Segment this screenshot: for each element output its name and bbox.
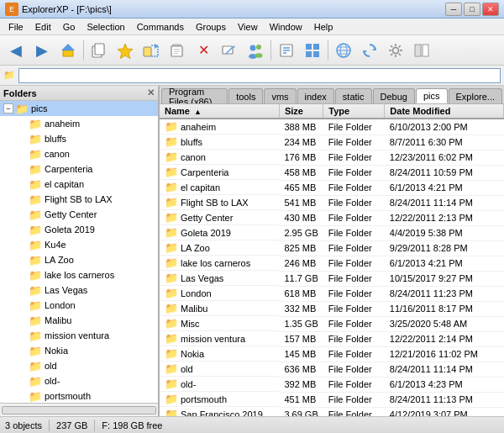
maximize-button[interactable]: □ [464, 3, 480, 16]
tree-item[interactable]: 📁Getty Center [0, 207, 158, 222]
table-row[interactable]: 📁old-392 MBFile Folder6/1/2013 4:23 PM [160, 377, 504, 392]
folders-hscrollbar[interactable] [0, 403, 158, 416]
views-button[interactable] [300, 38, 325, 63]
table-row[interactable]: 📁portsmouth451 MBFile Folder8/24/2011 11… [160, 392, 504, 407]
tree-item[interactable]: 📁Flight SB to LAX [0, 192, 158, 207]
table-row[interactable]: 📁Goleta 20192.95 GBFile Folder4/4/2019 5… [160, 225, 504, 240]
tree-item[interactable]: 📁Goleta 2019 [0, 222, 158, 237]
file-table-wrapper[interactable]: Name ▲ Size Type Date Modified 📁anaheim3… [160, 104, 504, 416]
properties-button[interactable] [274, 38, 299, 63]
table-row[interactable]: 📁Misc1.35 GBFile Folder3/25/2020 5:48 AM [160, 316, 504, 331]
users-button[interactable] [243, 38, 268, 63]
folder-name: Getty Center [45, 209, 97, 219]
tree-item[interactable]: 📁old- [0, 373, 158, 388]
table-row[interactable]: 📁mission ventura157 MBFile Folder12/22/2… [160, 331, 504, 346]
table-row[interactable]: 📁San Francisco 20193.69 GBFile Folder4/1… [160, 407, 504, 416]
tab-vms[interactable]: vms [264, 88, 296, 103]
back-button[interactable]: ◀ [3, 38, 29, 63]
menu-item-window[interactable]: Window [265, 20, 307, 34]
menu-item-selection[interactable]: Selection [81, 20, 129, 34]
tree-item[interactable]: 📁Malibu [0, 313, 158, 328]
close-button[interactable]: ✕ [482, 3, 499, 16]
table-row[interactable]: 📁lake los carneros246 MBFile Folder6/1/2… [160, 256, 504, 271]
menu-item-help[interactable]: Help [309, 20, 339, 34]
table-row[interactable]: 📁el capitan465 MBFile Folder6/1/2013 4:2… [160, 180, 504, 195]
table-row[interactable]: 📁old636 MBFile Folder8/24/2011 11:14 PM [160, 362, 504, 377]
tree-item[interactable]: 📁London [0, 298, 158, 313]
tab-explore---[interactable]: Explore... [449, 88, 502, 103]
folders-close-button[interactable]: ✕ [147, 87, 155, 98]
address-input[interactable]: F:\pics\ [18, 68, 501, 83]
up-button[interactable] [55, 38, 81, 63]
file-icon: 📁 [165, 211, 178, 224]
cell-modified: 8/24/2011 11:14 PM [385, 362, 504, 377]
menu-item-view[interactable]: View [233, 20, 263, 34]
file-table: Name ▲ Size Type Date Modified 📁anaheim3… [160, 104, 504, 416]
toolbar-sep-2 [270, 40, 271, 61]
tree-item[interactable]: 📁portsmouth [0, 388, 158, 403]
menu-item-file[interactable]: File [3, 20, 29, 34]
table-row[interactable]: 📁anaheim388 MBFile Folder6/10/2013 2:00 … [160, 119, 504, 135]
tree-item[interactable]: 📁anaheim [0, 116, 158, 131]
tab-pics[interactable]: pics [416, 88, 448, 103]
col-name[interactable]: Name ▲ [160, 104, 279, 119]
tab-program-files--x86-[interactable]: Program Files (x86) [161, 88, 228, 103]
svg-point-15 [250, 45, 256, 50]
tree-item[interactable]: 📁Nokia [0, 343, 158, 358]
tree-item[interactable]: 📁canon [0, 146, 158, 161]
tab-tools[interactable]: tools [228, 88, 263, 103]
hscrollbar-track[interactable] [2, 406, 156, 415]
tree-item[interactable]: −📁pics [0, 101, 158, 116]
tree-item[interactable]: 📁old [0, 358, 158, 373]
web-button[interactable] [331, 38, 356, 63]
col-type[interactable]: Type [323, 104, 385, 119]
tree-item[interactable]: 📁lake los carneros [0, 267, 158, 283]
table-row[interactable]: 📁Malibu332 MBFile Folder11/16/2011 8:17 … [160, 301, 504, 316]
menu-item-commands[interactable]: Commands [132, 20, 189, 34]
table-row[interactable]: 📁Nokia145 MBFile Folder12/21/2016 11:02 … [160, 346, 504, 362]
menu-item-edit[interactable]: Edit [30, 20, 56, 34]
table-row[interactable]: 📁canon176 MBFile Folder12/23/2011 6:02 P… [160, 150, 504, 165]
table-row[interactable]: 📁LA Zoo825 MBFile Folder9/29/2011 8:28 P… [160, 240, 504, 256]
folder-name: mission ventura [45, 330, 109, 341]
copy-files-button[interactable] [87, 38, 112, 63]
favorites-button[interactable] [113, 38, 138, 63]
delete-button[interactable]: ✕ [191, 38, 216, 63]
refresh-button[interactable] [357, 38, 382, 63]
tree-item[interactable]: 📁mission ventura [0, 328, 158, 343]
table-row[interactable]: 📁Carpenteria458 MBFile Folder8/24/2011 1… [160, 165, 504, 180]
tree-item[interactable]: 📁el capitan [0, 177, 158, 192]
move-button[interactable] [139, 38, 164, 63]
options-button[interactable] [383, 38, 408, 63]
cell-size: 458 MB [279, 165, 323, 180]
rename-button[interactable] [217, 38, 242, 63]
table-row[interactable]: 📁bluffs234 MBFile Folder8/7/2011 6:30 PM [160, 135, 504, 150]
menu-item-go[interactable]: Go [58, 20, 81, 34]
menu-item-groups[interactable]: Groups [191, 20, 231, 34]
tab-static[interactable]: static [335, 88, 372, 103]
tab-debug[interactable]: Debug [373, 88, 415, 103]
col-modified[interactable]: Date Modified [385, 104, 504, 119]
minimize-button[interactable]: ─ [445, 3, 462, 16]
folder-icon: 📁 [29, 390, 42, 403]
col-size[interactable]: Size [279, 104, 323, 119]
cell-type: File Folder [323, 180, 385, 195]
table-row[interactable]: 📁London618 MBFile Folder8/24/2011 11:23 … [160, 286, 504, 301]
table-row[interactable]: 📁Getty Center430 MBFile Folder12/22/2011… [160, 210, 504, 225]
paste-button[interactable] [165, 38, 190, 63]
tab-index[interactable]: index [297, 88, 334, 103]
folder-icon: 📁 [29, 360, 42, 372]
table-row[interactable]: 📁Las Vegas11.7 GBFile Folder10/15/2017 9… [160, 271, 504, 286]
tree-expand-button[interactable]: − [3, 103, 13, 114]
table-row[interactable]: 📁Flight SB to LAX541 MBFile Folder8/24/2… [160, 195, 504, 210]
panel-button[interactable] [409, 38, 434, 63]
status-sep-1 [49, 420, 50, 431]
tree-item[interactable]: 📁Ku4e [0, 237, 158, 252]
tree-item[interactable]: 📁LA Zoo [0, 252, 158, 267]
statusbar: 3 objects 237 GB F: 198 GB free [0, 416, 504, 433]
cell-name: 📁Goleta 2019 [160, 225, 279, 240]
forward-button[interactable]: ▶ [29, 38, 55, 63]
tree-item[interactable]: 📁Las Vegas [0, 283, 158, 298]
tree-item[interactable]: 📁Carpenteria [0, 161, 158, 177]
tree-item[interactable]: 📁bluffs [0, 131, 158, 146]
